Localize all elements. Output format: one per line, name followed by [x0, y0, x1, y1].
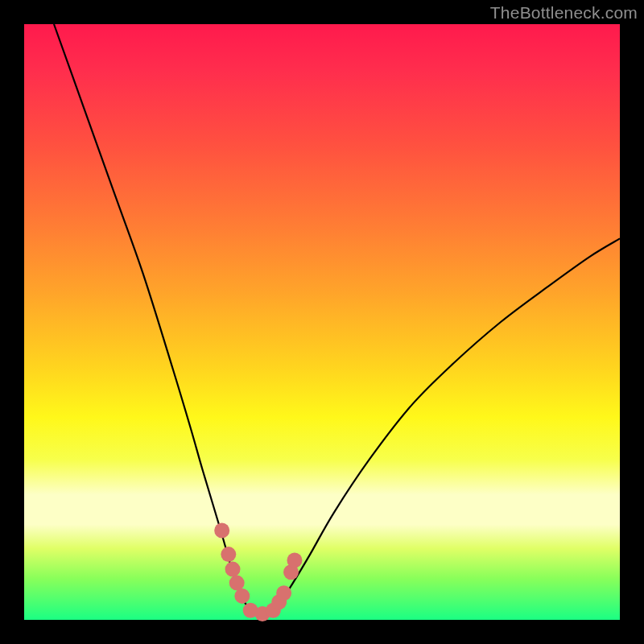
chart-frame: TheBottleneck.com	[0, 0, 644, 644]
marker-dot	[214, 523, 229, 539]
plot-area	[24, 24, 620, 620]
marker-dot	[234, 588, 250, 604]
marker-dot	[221, 547, 236, 562]
marker-dot	[287, 553, 302, 568]
watermark-text: TheBottleneck.com	[490, 3, 638, 23]
curve-layer	[24, 24, 620, 620]
bottleneck-curve	[54, 24, 620, 614]
marker-dot	[225, 562, 241, 577]
marker-dot	[229, 576, 245, 591]
marker-dot	[276, 585, 291, 601]
marker-group	[214, 523, 302, 622]
